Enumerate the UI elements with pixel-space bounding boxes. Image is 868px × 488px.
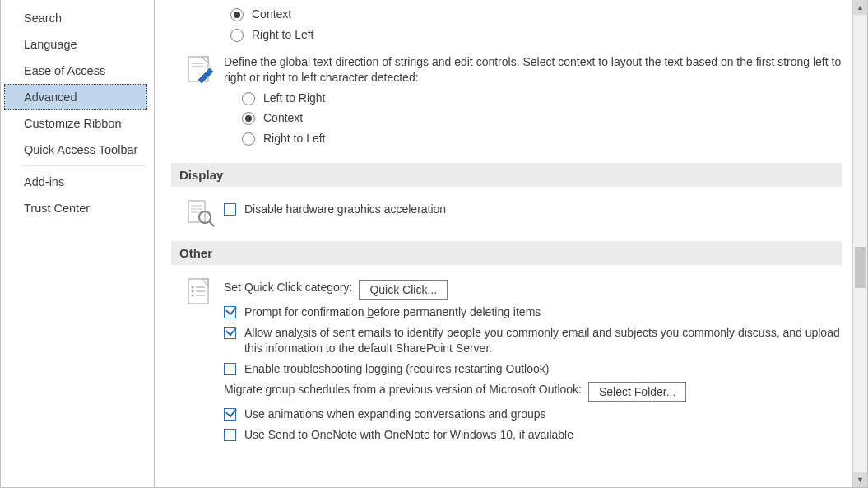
- migrate-label: Migrate group schedules from a previous …: [224, 382, 582, 397]
- other-block: Set Quick Click category: Quick Click...…: [184, 275, 842, 447]
- checkbox-use-onenote[interactable]: Use Send to OneNote with OneNote for Win…: [224, 427, 842, 443]
- checkbox-icon: [224, 408, 236, 421]
- other-icon: [184, 275, 217, 308]
- sidebar-item-language[interactable]: Language: [1, 31, 151, 58]
- radio-rtl-1[interactable]: Right to Left: [230, 27, 842, 43]
- quick-click-row: Set Quick Click category: Quick Click...: [224, 280, 842, 300]
- sidebar-item-customize-ribbon[interactable]: Customize Ribbon: [1, 110, 151, 137]
- scroll-down-button[interactable]: ▼: [853, 472, 867, 487]
- radio-label: Context: [263, 110, 303, 126]
- sidebar-item-add-ins[interactable]: Add-ins: [1, 169, 151, 195]
- select-folder-button[interactable]: Select Folder...: [588, 382, 686, 402]
- checkbox-label: Disable hardware graphics acceleration: [244, 202, 446, 217]
- display-block: Disable hardware graphics acceleration: [184, 197, 842, 230]
- checkbox-disable-hw-accel[interactable]: Disable hardware graphics acceleration: [224, 202, 842, 217]
- checkbox-label: Use animations when expanding conversati…: [244, 407, 546, 422]
- quick-click-button[interactable]: Quick Click...: [359, 280, 448, 300]
- checkbox-use-animations[interactable]: Use animations when expanding conversati…: [224, 407, 842, 422]
- sidebar-item-search[interactable]: Search: [1, 5, 151, 31]
- radio-icon: [242, 92, 255, 105]
- section-header-other: Other: [171, 241, 842, 265]
- radio-icon: [242, 132, 255, 146]
- section-header-display: Display: [171, 163, 842, 187]
- radio-ltr[interactable]: Left to Right: [242, 91, 842, 106]
- scroll-thumb[interactable]: [855, 247, 866, 288]
- text-direction-description: Define the global text direction of stri…: [224, 54, 842, 86]
- radio-icon: [242, 112, 255, 125]
- sidebar-item-advanced[interactable]: Advanced: [4, 84, 147, 110]
- radio-icon: [230, 8, 244, 21]
- checkbox-label: Allow analysis of sent emails to identif…: [244, 325, 842, 356]
- sidebar-item-trust-center[interactable]: Trust Center: [1, 195, 151, 221]
- radio-context-1[interactable]: Context: [230, 7, 842, 22]
- radio-label: Context: [252, 7, 291, 22]
- svg-line-8: [209, 221, 214, 226]
- sidebar-item-ease-of-access[interactable]: Ease of Access: [1, 58, 151, 84]
- radio-icon: [230, 29, 244, 42]
- migrate-row: Migrate group schedules from a previous …: [224, 382, 842, 402]
- radio-label: Right to Left: [252, 27, 314, 43]
- quick-click-label: Set Quick Click category:: [224, 280, 352, 295]
- options-panel-advanced: Context Right to Left: [155, 0, 852, 487]
- checkbox-label: Prompt for confirmation before permanent…: [244, 304, 541, 320]
- svg-point-14: [192, 295, 194, 297]
- checkbox-enable-logging[interactable]: Enable troubleshooting logging (requires…: [224, 361, 842, 377]
- checkbox-icon: [224, 327, 236, 339]
- scroll-up-button[interactable]: ▲: [853, 0, 867, 15]
- checkbox-label: Enable troubleshooting logging (requires…: [244, 361, 549, 377]
- display-icon: [184, 197, 217, 230]
- radio-rtl-2[interactable]: Right to Left: [242, 131, 842, 146]
- sidebar-item-quick-access-toolbar[interactable]: Quick Access Toolbar: [1, 137, 151, 163]
- sidebar-separator: [22, 165, 146, 166]
- svg-point-10: [192, 286, 194, 289]
- radio-label: Left to Right: [263, 91, 326, 106]
- radio-context-2[interactable]: Context: [242, 110, 842, 126]
- checkbox-icon: [224, 429, 236, 441]
- checkbox-icon: [224, 203, 236, 216]
- vertical-scrollbar[interactable]: ▲ ▼: [852, 0, 867, 487]
- text-direction-block: Define the global text direction of stri…: [184, 53, 842, 151]
- checkbox-allow-analysis[interactable]: Allow analysis of sent emails to identif…: [224, 325, 842, 356]
- checkbox-icon: [224, 363, 236, 375]
- radio-label: Right to Left: [263, 131, 326, 146]
- checkbox-icon: [224, 306, 236, 318]
- checkbox-label: Use Send to OneNote with OneNote for Win…: [244, 427, 573, 443]
- checkbox-prompt-confirm-delete[interactable]: Prompt for confirmation before permanent…: [224, 304, 842, 320]
- edit-direction-icon: [184, 53, 217, 86]
- options-sidebar: Search Language Ease of Access Advanced …: [1, 0, 155, 487]
- svg-point-12: [192, 290, 194, 293]
